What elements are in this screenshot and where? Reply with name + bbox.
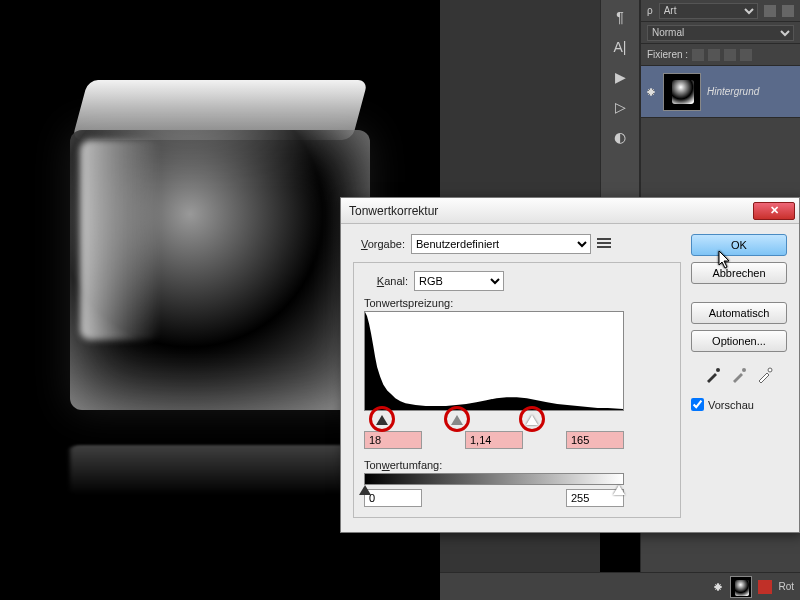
input-slider-track[interactable] xyxy=(364,415,624,429)
eyedropper-gray-icon[interactable] xyxy=(730,366,748,384)
output-white-slider[interactable] xyxy=(613,485,625,495)
ok-button[interactable]: OK xyxy=(691,234,787,256)
panel-icon-1[interactable] xyxy=(764,5,776,17)
blend-mode-select[interactable]: Normal xyxy=(647,25,794,41)
ice-cube-image xyxy=(50,80,390,440)
bottom-strip: Rot xyxy=(440,572,800,600)
lock-position-icon[interactable] xyxy=(724,49,736,61)
close-button[interactable]: ✕ xyxy=(753,202,795,220)
midtone-slider[interactable] xyxy=(451,415,463,425)
shadow-slider[interactable] xyxy=(376,415,388,425)
output-black-input[interactable] xyxy=(364,489,422,507)
svg-point-1 xyxy=(742,368,746,372)
palette-icon[interactable]: ◐ xyxy=(611,128,629,146)
lock-pixels-icon[interactable] xyxy=(708,49,720,61)
lock-transparency-icon[interactable] xyxy=(692,49,704,61)
highlights-input[interactable] xyxy=(566,431,624,449)
lock-label: Fixieren : xyxy=(647,49,688,60)
eyedropper-black-icon[interactable] xyxy=(704,366,722,384)
sort-row: ρ Art xyxy=(641,0,800,22)
sort-glyph: ρ xyxy=(647,5,653,16)
output-black-slider[interactable] xyxy=(359,485,371,495)
histogram[interactable] xyxy=(364,311,624,411)
close-icon: ✕ xyxy=(770,204,779,217)
channel-select[interactable]: RGB xyxy=(414,271,504,291)
auto-button[interactable]: Automatisch xyxy=(691,302,787,324)
range-label: Tonwertumfang: xyxy=(364,459,670,471)
layer-thumbnail[interactable] xyxy=(663,73,701,111)
preset-select[interactable]: Benutzerdefiniert xyxy=(411,234,591,254)
panel-icon-2[interactable] xyxy=(782,5,794,17)
channel-thumbnail[interactable] xyxy=(730,576,752,598)
options-button[interactable]: Optionen... xyxy=(691,330,787,352)
layer-name: Hintergrund xyxy=(707,86,759,97)
dialog-title: Tonwertkorrektur xyxy=(349,204,753,218)
lock-row: Fixieren : xyxy=(641,44,800,66)
eyedropper-white-icon[interactable] xyxy=(756,366,774,384)
levels-group: Kanal: RGB Tonwertspreizung: xyxy=(353,262,681,518)
channel-label: Kanal: xyxy=(364,275,408,287)
preview-checkbox[interactable] xyxy=(691,398,704,411)
midtones-input[interactable] xyxy=(465,431,523,449)
paragraph-panel-icon[interactable]: ¶ xyxy=(611,8,629,26)
sort-select[interactable]: Art xyxy=(659,3,758,19)
preset-label: Vorgabe: xyxy=(353,238,405,250)
color-swatch-red[interactable] xyxy=(758,580,772,594)
levels-dialog: Tonwertkorrektur ✕ Vorgabe: Benutzerdefi… xyxy=(340,197,800,533)
svg-point-0 xyxy=(716,368,720,372)
blend-row: Normal xyxy=(641,22,800,44)
cancel-button[interactable]: Abbrechen xyxy=(691,262,787,284)
layer-row-background[interactable]: Hintergrund xyxy=(641,66,800,118)
shadows-input[interactable] xyxy=(364,431,422,449)
spread-label: Tonwertspreizung: xyxy=(364,297,670,309)
preset-menu-icon[interactable] xyxy=(597,238,611,250)
play-outline-icon[interactable]: ▷ xyxy=(611,98,629,116)
vertical-toolbar: ¶ A| ▶ ▷ ◐ xyxy=(600,0,640,200)
channel-label: Rot xyxy=(778,581,794,592)
visibility-eye-icon[interactable] xyxy=(712,581,724,593)
highlight-slider[interactable] xyxy=(526,415,538,425)
lock-all-icon[interactable] xyxy=(740,49,752,61)
visibility-eye-icon[interactable] xyxy=(645,86,657,98)
preview-label: Vorschau xyxy=(708,399,754,411)
svg-point-2 xyxy=(768,368,772,372)
output-slider-track[interactable] xyxy=(364,473,624,485)
play-icon[interactable]: ▶ xyxy=(611,68,629,86)
dialog-titlebar[interactable]: Tonwertkorrektur ✕ xyxy=(341,198,799,224)
character-panel-icon[interactable]: A| xyxy=(611,38,629,56)
